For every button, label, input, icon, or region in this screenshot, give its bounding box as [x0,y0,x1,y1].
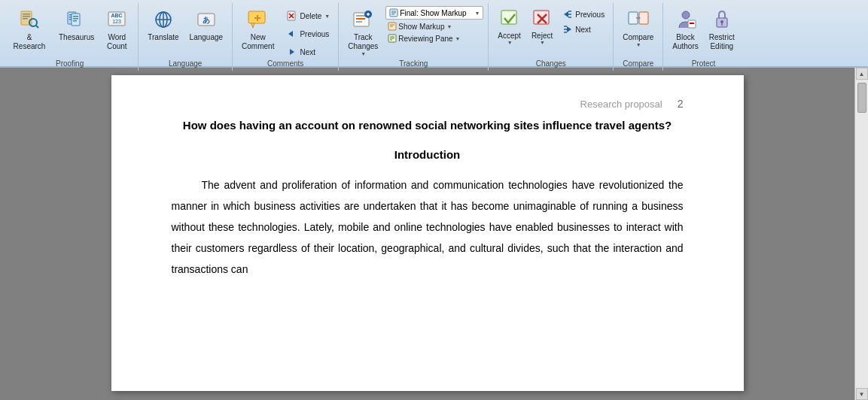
reject-button[interactable]: Reject ▼ [527,5,557,48]
delete-button[interactable]: Delete ▼ [282,8,333,24]
protect-label: Protect [663,58,743,69]
svg-rect-2 [23,16,30,17]
tracking-label: Tracking [339,58,488,69]
accept-button[interactable]: Accept ▼ [493,5,525,48]
changes-label: Changes [489,58,613,69]
ribbon: & Research [0,0,868,68]
previous-comment-button[interactable]: Previous [282,26,333,42]
scroll-track [855,80,868,388]
paragraph-text[interactable]: The advent and proliferation of informat… [172,174,684,280]
ribbon-group-tracking: Track Changes ▼ [339,3,489,71]
svg-rect-12 [73,18,78,20]
final-markup-dropdown[interactable]: Final: Show Markup ▼ [385,6,483,20]
svg-point-66 [682,11,690,19]
ribbon-group-changes: Accept ▼ Reject ▼ [489,3,614,71]
next-change-button[interactable]: Next [559,23,608,36]
proofing-label: Proofing [2,58,138,69]
research-button[interactable]: & Research [6,5,53,54]
ribbon-group-compare: Compare ▼ Compare [614,3,663,71]
page: Research proposal 2 How does having an a… [111,75,744,391]
scroll-up-arrow[interactable]: ▲ [856,68,868,80]
svg-text:123: 123 [112,19,121,24]
ribbon-group-language: Translate あ Language Language [139,3,233,71]
svg-marker-58 [567,26,571,32]
app-window: & Research [0,0,868,400]
previous-change-button[interactable]: Previous [559,8,608,21]
ribbon-group-protect: Block Authors Restrict Editing [663,3,743,71]
scrollbar: ▲ ▼ [854,68,868,400]
thesaurus-button[interactable]: Thesaurus [54,5,99,45]
markup-icon [389,8,398,17]
ribbon-group-proofing: & Research [2,3,139,71]
new-comment-button[interactable]: New Comment [237,5,279,54]
svg-rect-10 [72,14,80,26]
doc-scroll-area[interactable]: Research proposal 2 How does having an a… [0,68,854,400]
page-number: 2 [678,98,684,110]
reviewing-pane-button[interactable]: Reviewing Pane ▼ [385,33,483,44]
svg-point-70 [720,20,723,23]
page-header: Research proposal 2 [172,98,684,110]
svg-rect-3 [23,18,28,20]
scroll-down-arrow[interactable]: ▼ [856,388,868,400]
svg-rect-1 [23,14,30,15]
svg-text:あ: あ [203,16,210,24]
restrict-editing-button[interactable]: Restrict Editing [705,5,739,54]
compare-button[interactable]: Compare ▼ [618,5,658,51]
compare-label: Compare [614,58,662,69]
document-area: Research proposal 2 How does having an a… [0,68,868,400]
svg-marker-24 [251,23,254,28]
block-authors-button[interactable]: Block Authors [668,5,702,54]
svg-text:ABC: ABC [111,13,123,18]
svg-marker-30 [288,31,293,37]
translate-button[interactable]: Translate [143,5,183,45]
show-markup-button[interactable]: Show Markup ▼ [385,21,483,32]
reviewing-pane-icon [388,34,397,43]
svg-marker-54 [564,11,568,17]
track-changes-button[interactable]: Track Changes ▼ [343,5,382,60]
scroll-thumb[interactable] [857,83,866,113]
word-count-button[interactable]: ABC 123 Word Count [100,5,133,54]
svg-marker-31 [290,49,294,55]
document-title: How does having an account on renowned s… [172,117,684,135]
svg-line-5 [36,26,38,28]
svg-rect-13 [73,20,77,22]
language-button[interactable]: あ Language [185,5,228,45]
language-label: Language [139,58,232,69]
page-label: Research proposal [580,98,662,110]
section-title: Introduction [172,148,684,161]
comments-label: Comments [233,58,338,69]
svg-rect-11 [73,16,78,17]
show-markup-icon [388,22,397,31]
ribbon-group-comments: New Comment Delete ▼ [233,3,339,71]
